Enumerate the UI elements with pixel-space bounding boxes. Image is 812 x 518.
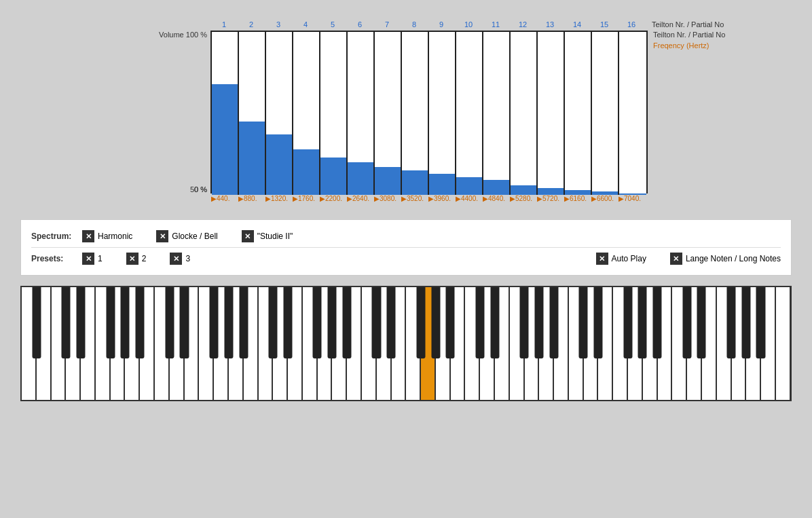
black-key-3[interactable] <box>77 287 86 358</box>
bar-column-10[interactable] <box>456 32 483 195</box>
bar-fill-3 <box>266 134 292 195</box>
partial-2: 2 <box>238 20 265 29</box>
black-key-19[interactable] <box>313 287 322 358</box>
bar-column-11[interactable] <box>483 32 511 195</box>
lange-noten-button[interactable]: ✕ <box>670 253 682 265</box>
freq-label-2: ▶880. <box>238 195 265 202</box>
chart-area: Volume 100 % 50 % 0 % Teilton Nr. / Part… <box>177 31 792 193</box>
bar-column-1[interactable] <box>212 32 239 195</box>
bar-column-14[interactable] <box>565 32 592 195</box>
black-key-31[interactable] <box>490 287 499 358</box>
partial-16: 16 <box>618 20 645 29</box>
black-key-2[interactable] <box>62 287 71 358</box>
spectrum-glocke-label: Glocke / Bell <box>172 232 217 241</box>
bar-column-12[interactable] <box>511 32 538 195</box>
freq-label-1: ▶440. <box>210 195 238 202</box>
preset-2[interactable]: ✕ 2 <box>126 253 147 265</box>
black-key-5[interactable] <box>106 287 115 358</box>
spectrum-harmonic-button[interactable]: ✕ <box>82 230 94 242</box>
bar-column-13[interactable] <box>538 32 565 195</box>
presets-row: Presets: ✕ 1 ✕ 2 ✕ 3 ✕ Auto Play ✕ Lange… <box>31 249 781 268</box>
bar-column-15[interactable] <box>592 32 619 195</box>
white-key-51[interactable] <box>775 287 790 401</box>
bar-column-3[interactable] <box>266 32 293 195</box>
freq-label-6: ▶2640. <box>346 195 373 202</box>
black-key-40[interactable] <box>623 287 632 358</box>
black-key-14[interactable] <box>239 287 248 358</box>
black-key-42[interactable] <box>653 287 662 358</box>
black-key-12[interactable] <box>209 287 218 358</box>
black-key-49[interactable] <box>756 287 765 358</box>
teilton-label: Teilton Nr. / Partial No <box>653 31 725 39</box>
black-key-21[interactable] <box>342 287 351 358</box>
black-key-33[interactable] <box>520 287 529 358</box>
freq-label-3: ▶1320. <box>265 195 292 202</box>
black-key-26[interactable] <box>416 287 425 358</box>
preset-2-label: 2 <box>142 254 147 263</box>
black-key-37[interactable] <box>579 287 588 358</box>
black-key-38[interactable] <box>593 287 602 358</box>
frequency-label: Freqency (Hertz) <box>653 41 725 50</box>
black-key-13[interactable] <box>224 287 233 358</box>
bar-fill-8 <box>402 170 428 195</box>
black-key-17[interactable] <box>283 287 292 358</box>
black-key-48[interactable] <box>741 287 750 358</box>
freq-label-8: ▶3520. <box>401 195 428 202</box>
lange-noten[interactable]: ✕ Lange Noten / Long Notes <box>670 253 781 265</box>
bar-column-4[interactable] <box>293 32 320 195</box>
spectrum-glocke[interactable]: ✕ Glocke / Bell <box>156 230 217 242</box>
preset-2-button[interactable]: ✕ <box>126 253 139 265</box>
bar-column-5[interactable] <box>320 32 348 195</box>
black-key-7[interactable] <box>136 287 145 358</box>
spectrum-studie-button[interactable]: ✕ <box>242 230 254 242</box>
partial-9: 9 <box>428 20 455 29</box>
freq-label-5: ▶2200. <box>319 195 346 202</box>
bar-fill-11 <box>483 180 509 195</box>
black-key-28[interactable] <box>446 287 455 358</box>
black-key-41[interactable] <box>638 287 647 358</box>
spectrum-glocke-button[interactable]: ✕ <box>156 230 168 242</box>
spectrum-studie[interactable]: ✕ "Studie II" <box>242 230 293 242</box>
black-key-0[interactable] <box>32 287 41 358</box>
bar-column-2[interactable] <box>239 32 266 195</box>
bar-column-6[interactable] <box>348 32 375 195</box>
lange-noten-label: Lange Noten / Long Notes <box>686 254 781 263</box>
black-key-45[interactable] <box>697 287 706 358</box>
black-key-9[interactable] <box>165 287 174 358</box>
right-labels: Teilton Nr. / Partial No Freqency (Hertz… <box>653 31 725 50</box>
preset-1[interactable]: ✕ 1 <box>82 253 103 265</box>
black-key-20[interactable] <box>328 287 337 358</box>
black-key-16[interactable] <box>269 287 278 358</box>
black-key-23[interactable] <box>372 287 381 358</box>
bar-fill-13 <box>538 188 564 195</box>
bar-fill-2 <box>239 122 265 195</box>
black-key-44[interactable] <box>682 287 691 358</box>
auto-play[interactable]: ✕ Auto Play <box>596 253 646 265</box>
freq-label-13: ▶5720. <box>536 195 564 202</box>
spectrum-harmonic[interactable]: ✕ Harmonic <box>82 230 132 242</box>
black-key-34[interactable] <box>534 287 543 358</box>
black-key-6[interactable] <box>121 287 130 358</box>
partial-10: 10 <box>455 20 482 29</box>
spectrum-studie-label: "Studie II" <box>257 232 293 241</box>
freq-label-7: ▶3080. <box>373 195 401 202</box>
main-container: 12345678910111213141516 Teilton Nr. / Pa… <box>0 0 812 415</box>
preset-3[interactable]: ✕ 3 <box>170 253 190 265</box>
preset-3-button[interactable]: ✕ <box>170 253 182 265</box>
spectrum-row: Spectrum: ✕ Harmonic ✕ Glocke / Bell ✕ "… <box>31 227 781 246</box>
black-key-27[interactable] <box>431 287 440 358</box>
black-key-30[interactable] <box>475 287 484 358</box>
partial-8: 8 <box>401 20 428 29</box>
preset-1-button[interactable]: ✕ <box>82 253 94 265</box>
black-key-10[interactable] <box>180 287 189 358</box>
bar-column-9[interactable] <box>429 32 456 195</box>
black-key-47[interactable] <box>726 287 735 358</box>
bar-column-16[interactable] <box>619 32 646 195</box>
auto-play-button[interactable]: ✕ <box>596 253 608 265</box>
bar-column-7[interactable] <box>375 32 402 195</box>
bar-fill-16 <box>619 193 646 195</box>
black-key-35[interactable] <box>549 287 558 358</box>
y-axis: Volume 100 % 50 % 0 % <box>177 31 210 193</box>
bar-column-8[interactable] <box>402 32 429 195</box>
black-key-24[interactable] <box>387 287 396 358</box>
